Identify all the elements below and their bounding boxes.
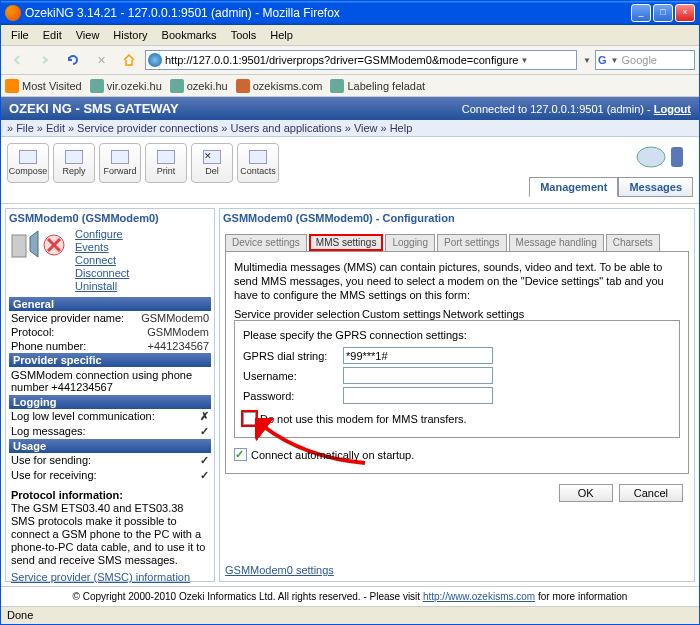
connect-link[interactable]: Connect bbox=[75, 254, 129, 267]
tool-label: Reply bbox=[62, 166, 85, 176]
username-input[interactable] bbox=[343, 367, 493, 384]
device-icon bbox=[9, 228, 69, 264]
protocol-label: Protocol: bbox=[11, 326, 147, 338]
dial-input[interactable] bbox=[343, 347, 493, 364]
logging-header: Logging bbox=[9, 395, 211, 409]
ok-button[interactable]: OK bbox=[559, 484, 613, 502]
topmenu-users[interactable]: Users and applications bbox=[230, 122, 341, 134]
minimize-button[interactable]: _ bbox=[631, 4, 651, 22]
topmenu-file[interactable]: File bbox=[16, 122, 34, 134]
reply-icon bbox=[65, 150, 83, 164]
log-msg-value: ✓ bbox=[200, 425, 209, 438]
protocol-value: GSMModem bbox=[147, 326, 209, 338]
star-icon bbox=[5, 79, 19, 93]
topmenu-spc[interactable]: Service provider connections bbox=[77, 122, 218, 134]
go-dropdown-icon[interactable]: ▼ bbox=[583, 56, 591, 65]
menu-history[interactable]: History bbox=[107, 27, 153, 43]
search-engine-dropdown-icon[interactable]: ▼ bbox=[611, 56, 619, 65]
mms-subtabs: Service provider selection Custom settin… bbox=[234, 308, 680, 321]
forward-icon bbox=[111, 150, 129, 164]
topmenu-edit[interactable]: Edit bbox=[46, 122, 65, 134]
app-footer: © Copyright 2000-2010 Ozeki Informatics … bbox=[1, 586, 699, 606]
forward-button[interactable] bbox=[33, 48, 57, 72]
delete-icon: ✕ bbox=[203, 150, 221, 164]
tab-port-settings[interactable]: Port settings bbox=[437, 234, 507, 251]
events-link[interactable]: Events bbox=[75, 241, 129, 254]
config-tabs: Device settings MMS settings Logging Por… bbox=[225, 234, 689, 252]
back-button[interactable] bbox=[5, 48, 29, 72]
password-input[interactable] bbox=[343, 387, 493, 404]
topmenu-help[interactable]: Help bbox=[390, 122, 413, 134]
tab-message-handling[interactable]: Message handling bbox=[509, 234, 604, 251]
menu-bookmarks[interactable]: Bookmarks bbox=[156, 27, 223, 43]
bookmark-ozeki[interactable]: ozeki.hu bbox=[170, 79, 228, 93]
dial-label: GPRS dial string: bbox=[243, 350, 343, 362]
subtab-custom[interactable]: Custom settings bbox=[362, 308, 441, 320]
disconnect-link[interactable]: Disconnect bbox=[75, 267, 129, 280]
app-header: OZEKI NG - SMS GATEWAY Connected to 127.… bbox=[1, 97, 699, 120]
subtab-sp-selection[interactable]: Service provider selection bbox=[234, 308, 360, 320]
tab-mms-settings[interactable]: MMS settings bbox=[309, 234, 384, 251]
phone-logo-icon bbox=[633, 143, 693, 171]
menu-tools[interactable]: Tools bbox=[225, 27, 263, 43]
footer-text: © Copyright 2000-2010 Ozeki Informatics … bbox=[73, 591, 423, 602]
bookmark-sms[interactable]: ozekisms.com bbox=[236, 79, 323, 93]
reload-button[interactable] bbox=[61, 48, 85, 72]
bookmark-vir[interactable]: vir.ozeki.hu bbox=[90, 79, 162, 93]
cancel-button[interactable]: Cancel bbox=[619, 484, 683, 502]
home-button[interactable] bbox=[117, 48, 141, 72]
footer-link[interactable]: http://www.ozekisms.com bbox=[423, 591, 535, 602]
password-label: Password: bbox=[243, 390, 343, 402]
search-placeholder: Google bbox=[621, 54, 656, 66]
sidebar-title: GSMModem0 (GSMModem0) bbox=[9, 212, 211, 224]
auto-connect-checkbox[interactable] bbox=[234, 448, 247, 461]
bookmark-label: vir.ozeki.hu bbox=[107, 80, 162, 92]
tab-device-settings[interactable]: Device settings bbox=[225, 234, 307, 251]
page-icon bbox=[170, 79, 184, 93]
firefox-icon bbox=[5, 5, 21, 21]
left-sidebar: GSMModem0 (GSMModem0) Configure Events C… bbox=[5, 208, 215, 582]
address-bar[interactable]: http://127.0.0.1:9501/driverprops?driver… bbox=[145, 50, 577, 70]
username-label: Username: bbox=[243, 370, 343, 382]
bookmark-labeling[interactable]: Labeling feladat bbox=[330, 79, 425, 93]
general-header: General bbox=[9, 297, 211, 311]
topmenu-view[interactable]: View bbox=[354, 122, 378, 134]
uninstall-link[interactable]: Uninstall bbox=[75, 280, 129, 293]
menu-edit[interactable]: Edit bbox=[37, 27, 68, 43]
url-dropdown-icon[interactable]: ▼ bbox=[520, 56, 528, 65]
browser-navbar: ✕ http://127.0.0.1:9501/driverprops?driv… bbox=[1, 45, 699, 75]
close-button[interactable]: × bbox=[675, 4, 695, 22]
tab-charsets[interactable]: Charsets bbox=[606, 234, 660, 251]
settings-bottom-link[interactable]: GSMModem0 settings bbox=[225, 564, 334, 576]
contacts-button[interactable]: Contacts bbox=[237, 143, 279, 183]
tab-logging[interactable]: Logging bbox=[385, 234, 435, 251]
smsc-info-link[interactable]: Service provider (SMSC) information bbox=[11, 571, 190, 583]
menu-help[interactable]: Help bbox=[264, 27, 299, 43]
delete-button[interactable]: ✕Del bbox=[191, 143, 233, 183]
configure-link[interactable]: Configure bbox=[75, 228, 129, 241]
logout-link[interactable]: Logout bbox=[654, 103, 691, 115]
forward-button[interactable]: Forward bbox=[99, 143, 141, 183]
menu-view[interactable]: View bbox=[70, 27, 106, 43]
reply-button[interactable]: Reply bbox=[53, 143, 95, 183]
connected-text: Connected to 127.0.0.1:9501 (admin) - bbox=[462, 103, 654, 115]
tab-management[interactable]: Management bbox=[529, 177, 618, 197]
provider-text: GSMModem connection using phone number +… bbox=[9, 367, 211, 395]
bookmark-most-visited[interactable]: Most Visited bbox=[5, 79, 82, 93]
compose-button[interactable]: Compose bbox=[7, 143, 49, 183]
maximize-button[interactable]: □ bbox=[653, 4, 673, 22]
subtab-network[interactable]: Network settings bbox=[443, 308, 524, 320]
tab-messages[interactable]: Messages bbox=[618, 177, 693, 197]
compose-icon bbox=[19, 150, 37, 164]
svg-point-0 bbox=[637, 147, 665, 167]
print-button[interactable]: Print bbox=[145, 143, 187, 183]
page-icon bbox=[236, 79, 250, 93]
main-panel: GSMModem0 (GSMModem0) - Configuration De… bbox=[219, 208, 695, 582]
stop-button[interactable]: ✕ bbox=[89, 48, 113, 72]
search-bar[interactable]: G ▼ Google bbox=[595, 50, 695, 70]
menu-file[interactable]: File bbox=[5, 27, 35, 43]
phone-value: +441234567 bbox=[148, 340, 209, 352]
provider-header: Provider specific bbox=[9, 353, 211, 367]
phone-label: Phone number: bbox=[11, 340, 148, 352]
no-mms-checkbox[interactable] bbox=[243, 412, 256, 425]
